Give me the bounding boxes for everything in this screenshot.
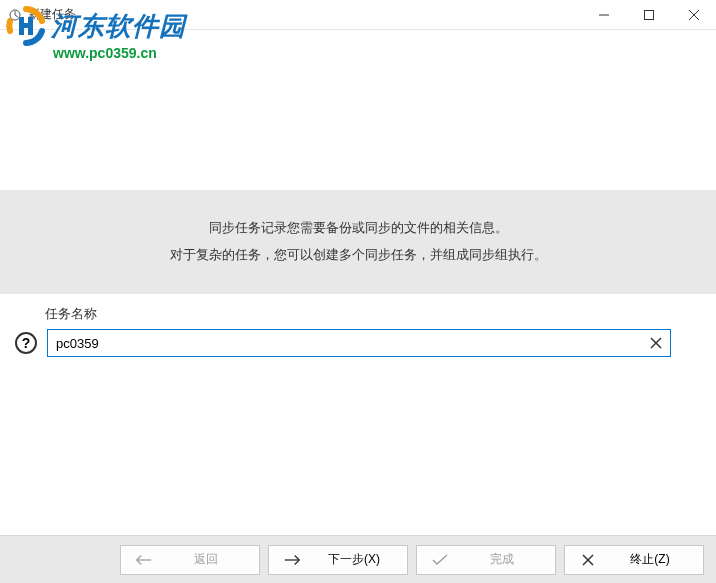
window-controls bbox=[581, 0, 716, 29]
next-button-label: 下一步(X) bbox=[315, 551, 393, 568]
back-button-label: 返回 bbox=[167, 551, 245, 568]
arrow-right-icon bbox=[283, 554, 301, 566]
arrow-left-icon bbox=[135, 554, 153, 566]
task-name-label: 任务名称 bbox=[45, 305, 671, 323]
abort-button[interactable]: 终止(Z) bbox=[564, 545, 704, 575]
svg-rect-2 bbox=[644, 10, 653, 19]
window-title: 新建任务 bbox=[28, 6, 581, 23]
info-line-2: 对于复杂的任务，您可以创建多个同步任务，并组成同步组执行。 bbox=[0, 245, 716, 266]
abort-button-label: 终止(Z) bbox=[611, 551, 689, 568]
maximize-button[interactable] bbox=[626, 0, 671, 29]
check-icon bbox=[431, 554, 449, 566]
close-button[interactable] bbox=[671, 0, 716, 29]
task-name-input[interactable] bbox=[48, 330, 642, 356]
finish-button-label: 完成 bbox=[463, 551, 541, 568]
titlebar: 新建任务 bbox=[0, 0, 716, 30]
info-band: 同步任务记录您需要备份或同步的文件的相关信息。 对于复杂的任务，您可以创建多个同… bbox=[0, 190, 716, 294]
finish-button[interactable]: 完成 bbox=[416, 545, 556, 575]
next-button[interactable]: 下一步(X) bbox=[268, 545, 408, 575]
content-area: 同步任务记录您需要备份或同步的文件的相关信息。 对于复杂的任务，您可以创建多个同… bbox=[0, 30, 716, 535]
x-icon bbox=[579, 554, 597, 566]
footer-bar: 返回 下一步(X) 完成 终止(Z) bbox=[0, 535, 716, 583]
form-area: 任务名称 ? bbox=[45, 305, 671, 357]
help-icon[interactable]: ? bbox=[15, 332, 37, 354]
app-icon bbox=[8, 8, 22, 22]
clear-input-button[interactable] bbox=[642, 330, 670, 356]
task-name-input-wrap bbox=[47, 329, 671, 357]
minimize-button[interactable] bbox=[581, 0, 626, 29]
info-line-1: 同步任务记录您需要备份或同步的文件的相关信息。 bbox=[0, 218, 716, 239]
back-button[interactable]: 返回 bbox=[120, 545, 260, 575]
